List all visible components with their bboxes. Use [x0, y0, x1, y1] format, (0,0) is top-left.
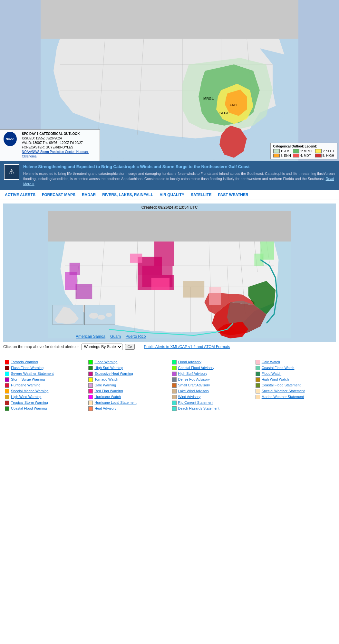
- excessive-heat-warning-link[interactable]: Excessive Heat Warning: [94, 371, 133, 376]
- nav-radar[interactable]: RADAR: [82, 193, 96, 197]
- flood-warning-link[interactable]: Flood Warning: [94, 360, 117, 364]
- spc-valid: VALID: 1300Z Thu 09/26 - 1200Z Fri 09/27: [22, 141, 96, 145]
- warnings-by-state-dropdown[interactable]: Warnings By State: [82, 344, 122, 350]
- svg-point-62: [106, 313, 112, 317]
- nav-forecast-maps[interactable]: FORECAST MAPS: [42, 193, 75, 197]
- high-wind-watch-link[interactable]: High Wind Watch: [262, 377, 289, 382]
- flood-advisory-swatch: [172, 360, 177, 365]
- coastal-flood-statement-link[interactable]: Coastal Flood Statement: [262, 383, 301, 387]
- marine-weather-statement-swatch: [256, 395, 260, 399]
- marine-weather-statement-link[interactable]: Marine Weather Statement: [262, 394, 304, 399]
- tropical-storm-warning-swatch: [5, 401, 9, 405]
- dense-fog-advisory-link[interactable]: Dense Fog Advisory: [178, 377, 210, 382]
- tornado-watch-link[interactable]: Tornado Watch: [94, 377, 118, 382]
- alerts-map-container[interactable]: Created: 09/26/24 at 13:54 UTC: [3, 204, 336, 342]
- lake-wind-advisory-swatch: [172, 389, 177, 393]
- list-item: Tornado Watch: [88, 377, 167, 382]
- special-weather-statement-link[interactable]: Special Weather Statement: [262, 389, 305, 393]
- nav-air-quality[interactable]: AIR QUALITY: [160, 193, 184, 197]
- list-item: Hurricane Local Statement: [88, 400, 167, 405]
- gale-warning-link[interactable]: Gale Warning: [94, 383, 116, 387]
- coastal-flood-statement-swatch: [256, 383, 260, 388]
- list-item: Coastal Flood Warning: [5, 406, 83, 411]
- guam-link[interactable]: Guam: [110, 334, 121, 339]
- coastal-flood-warning-link[interactable]: Coastal Flood Warning: [11, 406, 47, 411]
- puerto-rico-link[interactable]: Puerto Rico: [126, 334, 146, 339]
- heat-advisory-link[interactable]: Heat Advisory: [94, 406, 116, 411]
- small-craft-advisory-link[interactable]: Small Craft Advisory: [178, 383, 210, 387]
- list-item: Excessive Heat Warning: [88, 371, 167, 376]
- list-item: Special Weather Statement: [256, 389, 334, 393]
- excessive-heat-warning-swatch: [88, 372, 93, 376]
- spc-info-text: SPC DAY 1 CATEGORICAL OUTLOOK ISSUED: 12…: [22, 132, 96, 159]
- hurricane-local-statement-link[interactable]: Hurricane Local Statement: [94, 400, 136, 405]
- severe-weather-statement-swatch: [5, 372, 9, 376]
- list-item: High Wind Warning: [5, 394, 83, 399]
- high-wind-watch-swatch: [256, 377, 260, 382]
- list-item: Coastal Flood Statement: [256, 383, 334, 388]
- spc-legend: Categorical Outlook Legend: TSTM 1: MRGL…: [270, 143, 338, 159]
- list-item: Hurricane Warning: [5, 383, 83, 388]
- nav-satellite[interactable]: SATELLITE: [191, 193, 211, 197]
- svg-rect-53: [183, 281, 204, 298]
- hurricane-local-statement-swatch: [88, 401, 93, 405]
- high-surf-advisory-link[interactable]: High Surf Advisory: [178, 371, 207, 376]
- storm-surge-warning-swatch: [5, 377, 9, 382]
- spc-nws-link[interactable]: NOAA/NWS Storm Prediction Center, Norman…: [22, 150, 89, 158]
- coastal-flood-advisory-link[interactable]: Coastal Flood Advisory: [178, 365, 215, 370]
- gale-watch-swatch: [256, 360, 260, 365]
- coastal-flood-watch-link[interactable]: Coastal Flood Watch: [262, 365, 295, 370]
- list-item: Lake Wind Advisory: [172, 389, 251, 393]
- tornado-warning-link[interactable]: Tornado Warning: [11, 360, 38, 364]
- svg-point-61: [98, 315, 105, 319]
- flood-watch-swatch: [256, 372, 260, 376]
- list-item: Tropical Storm Warning: [5, 400, 83, 405]
- american-samoa-link[interactable]: American Samoa: [76, 334, 105, 339]
- list-item: Flash Flood Warning: [5, 365, 83, 370]
- list-item: High Surf Warning: [88, 365, 167, 370]
- beach-hazards-statement-link[interactable]: Beach Hazards Statement: [178, 406, 219, 411]
- tornado-watch-swatch: [88, 377, 93, 382]
- svg-rect-1: [41, 0, 298, 39]
- svg-rect-43: [130, 253, 142, 262]
- map-controls: Click on the map above for detailed aler…: [3, 342, 336, 352]
- hurricane-warning-link[interactable]: Hurricane Warning: [11, 383, 40, 387]
- gale-watch-link[interactable]: Gale Watch: [262, 360, 280, 364]
- svg-rect-52: [209, 287, 221, 305]
- spc-forecaster: FORECASTER: GUYER/BROYLES: [22, 145, 96, 150]
- alert-title: Helene Strengthening and Expected to Bri…: [23, 164, 335, 170]
- list-item: High Surf Advisory: [172, 371, 251, 376]
- nav-past-weather[interactable]: PAST WEATHER: [218, 193, 248, 197]
- svg-rect-22: [48, 211, 291, 242]
- map-timestamp: Created: 09/26/24 at 13:54 UTC: [3, 204, 336, 211]
- flood-watch-link[interactable]: Flood Watch: [262, 371, 281, 376]
- nav-rivers[interactable]: RIVERS, LAKES, RAINFALL: [102, 193, 153, 197]
- special-marine-warning-link[interactable]: Special Marine Warning: [11, 389, 48, 393]
- wind-advisory-link[interactable]: Wind Advisory: [178, 394, 201, 399]
- flash-flood-warning-link[interactable]: Flash Flood Warning: [11, 365, 44, 370]
- go-button[interactable]: Go: [125, 344, 135, 350]
- svg-rect-47: [75, 284, 92, 299]
- severe-weather-statement-link[interactable]: Severe Weather Statement: [11, 371, 53, 376]
- spc-map-section: MRGL SLGT ENH NOAA SPC DAY 1 CATEGORICAL…: [0, 0, 339, 161]
- hurricane-watch-link[interactable]: Hurricane Watch: [94, 394, 121, 399]
- beach-hazards-statement-swatch: [172, 406, 177, 411]
- tropical-storm-warning-link[interactable]: Tropical Storm Warning: [11, 400, 48, 405]
- svg-rect-44: [151, 278, 170, 290]
- flood-advisory-link[interactable]: Flood Advisory: [178, 360, 201, 364]
- svg-text:MRGL: MRGL: [203, 97, 214, 100]
- list-item: Dense Fog Advisory: [172, 377, 251, 382]
- red-flag-warning-link[interactable]: Red Flag Warning: [94, 389, 123, 393]
- lake-wind-advisory-link[interactable]: Lake Wind Advisory: [178, 389, 209, 393]
- list-item: Severe Weather Statement: [5, 371, 83, 376]
- public-alerts-link[interactable]: Public Alerts in XML/CAP v1.2 and ATOM F…: [144, 345, 230, 349]
- rip-current-statement-link[interactable]: Rip Current Statement: [178, 400, 213, 405]
- list-item: Flood Advisory: [172, 360, 251, 365]
- high-wind-warning-link[interactable]: High Wind Warning: [11, 394, 41, 399]
- high-surf-warning-link[interactable]: High Surf Warning: [94, 365, 123, 370]
- nav-active-alerts[interactable]: ACTIVE ALERTS: [5, 193, 35, 197]
- alert-content: Helene Strengthening and Expected to Bri…: [23, 164, 335, 187]
- list-item: Tornado Warning: [5, 360, 83, 365]
- storm-surge-warning-link[interactable]: Storm Surge Warning: [11, 377, 45, 382]
- coastal-flood-warning-swatch: [5, 406, 9, 411]
